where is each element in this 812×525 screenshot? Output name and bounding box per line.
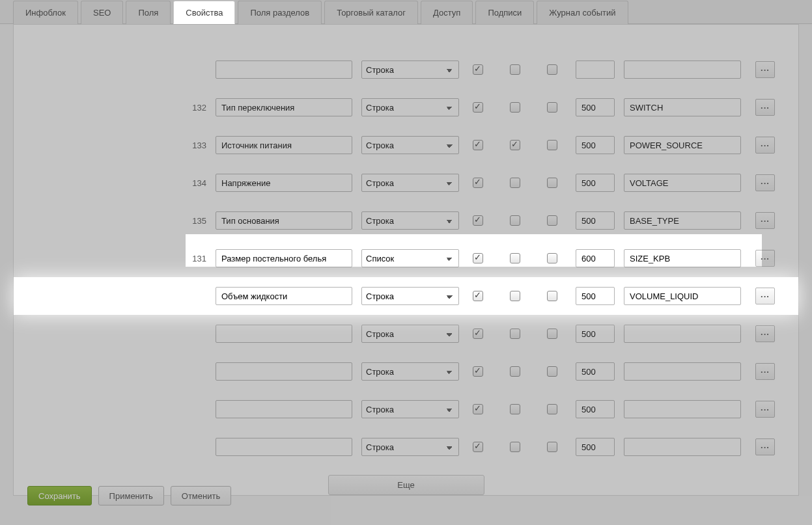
checkbox[interactable] <box>510 102 520 113</box>
checkbox[interactable] <box>547 215 557 226</box>
sort-input[interactable] <box>576 438 615 456</box>
checkbox[interactable] <box>473 404 483 414</box>
row-settings-button[interactable]: ... <box>755 325 775 342</box>
checkbox[interactable] <box>547 329 557 339</box>
checkbox[interactable] <box>473 291 483 301</box>
checkbox[interactable] <box>510 366 520 377</box>
code-input[interactable] <box>624 211 741 230</box>
checkbox[interactable] <box>473 178 483 188</box>
checkbox[interactable] <box>510 215 520 226</box>
row-settings-button[interactable]: ... <box>755 61 775 78</box>
tab-Свойства[interactable]: Свойства <box>173 1 235 24</box>
property-name-input[interactable] <box>216 325 352 343</box>
code-input[interactable] <box>624 61 741 79</box>
property-type-select[interactable]: СтрокаСписок <box>361 211 459 230</box>
checkbox[interactable] <box>473 215 483 226</box>
row-settings-button[interactable]: ... <box>755 137 775 154</box>
sort-input[interactable] <box>576 249 615 267</box>
checkbox[interactable] <box>473 140 483 150</box>
row-settings-button[interactable]: ... <box>755 401 775 418</box>
property-type-select[interactable]: СтрокаСписок <box>361 287 459 305</box>
tab-Инфоблок[interactable]: Инфоблок <box>13 1 78 24</box>
code-input[interactable] <box>624 325 741 343</box>
row-settings-button[interactable]: ... <box>755 438 775 455</box>
tab-Журнал событий[interactable]: Журнал событий <box>537 1 628 24</box>
property-type-select[interactable]: СтрокаСписок <box>361 438 459 456</box>
checkbox[interactable] <box>473 442 483 452</box>
sort-input[interactable] <box>576 174 615 192</box>
sort-input[interactable] <box>576 136 615 154</box>
code-input[interactable] <box>624 174 741 192</box>
row-settings-button[interactable]: ... <box>755 212 775 229</box>
property-type-select[interactable]: СтрокаСписок <box>361 249 459 267</box>
checkbox[interactable] <box>510 329 520 339</box>
row-settings-button[interactable]: ... <box>755 288 775 304</box>
checkbox[interactable] <box>473 64 483 75</box>
row-settings-button[interactable]: ... <box>755 363 775 380</box>
code-input[interactable] <box>624 98 741 116</box>
property-type-select[interactable]: СтрокаСписок <box>361 400 459 418</box>
sort-input[interactable] <box>576 287 615 305</box>
property-type-select[interactable]: СтрокаСписок <box>361 61 459 79</box>
sort-input[interactable] <box>576 325 615 343</box>
sort-input[interactable] <box>576 61 615 79</box>
sort-input[interactable] <box>576 98 615 116</box>
checkbox[interactable] <box>510 404 520 414</box>
tab-Поля разделов[interactable]: Поля разделов <box>238 1 322 24</box>
property-type-select[interactable]: СтрокаСписок <box>361 136 459 154</box>
property-type-select[interactable]: СтрокаСписок <box>361 174 459 192</box>
code-input[interactable] <box>624 249 741 267</box>
property-name-input[interactable] <box>216 98 352 116</box>
checkbox[interactable] <box>510 253 520 263</box>
tab-SEO[interactable]: SEO <box>81 1 123 24</box>
sort-input[interactable] <box>576 362 615 381</box>
property-type-select[interactable]: СтрокаСписок <box>361 325 459 343</box>
property-type-select[interactable]: СтрокаСписок <box>361 362 459 381</box>
code-input[interactable] <box>624 362 741 381</box>
property-name-input[interactable] <box>216 136 352 154</box>
code-input[interactable] <box>624 400 741 418</box>
tab-Поля[interactable]: Поля <box>126 1 171 24</box>
checkbox[interactable] <box>547 442 557 452</box>
code-input[interactable] <box>624 287 741 305</box>
checkbox[interactable] <box>547 253 557 263</box>
checkbox[interactable] <box>473 102 483 113</box>
checkbox[interactable] <box>510 442 520 452</box>
property-name-input[interactable] <box>216 287 352 305</box>
checkbox[interactable] <box>510 178 520 188</box>
property-name-input[interactable] <box>216 174 352 192</box>
code-input[interactable] <box>624 136 741 154</box>
tab-Торговый каталог[interactable]: Торговый каталог <box>324 1 418 24</box>
property-name-input[interactable] <box>216 211 352 230</box>
save-button[interactable]: Сохранить <box>27 486 92 505</box>
code-input[interactable] <box>624 438 741 456</box>
apply-button[interactable]: Применить <box>98 486 164 505</box>
row-settings-button[interactable]: ... <box>755 250 775 267</box>
tab-Подписи[interactable]: Подписи <box>475 1 534 24</box>
checkbox[interactable] <box>547 178 557 188</box>
property-name-input[interactable] <box>216 249 352 267</box>
checkbox[interactable] <box>473 253 483 263</box>
property-type-select[interactable]: СтрокаСписок <box>361 98 459 116</box>
checkbox[interactable] <box>510 140 520 150</box>
checkbox[interactable] <box>547 291 557 301</box>
checkbox[interactable] <box>547 102 557 113</box>
property-name-input[interactable] <box>216 438 352 456</box>
checkbox[interactable] <box>473 329 483 339</box>
property-name-input[interactable] <box>216 362 352 381</box>
tab-Доступ[interactable]: Доступ <box>421 1 473 24</box>
checkbox[interactable] <box>547 64 557 75</box>
checkbox[interactable] <box>510 291 520 301</box>
sort-input[interactable] <box>576 211 615 230</box>
cancel-button[interactable]: Отменить <box>171 486 231 505</box>
checkbox[interactable] <box>510 64 520 75</box>
more-button[interactable]: Еще <box>328 475 484 495</box>
checkbox[interactable] <box>547 140 557 150</box>
checkbox[interactable] <box>547 366 557 377</box>
row-settings-button[interactable]: ... <box>755 174 775 191</box>
property-name-input[interactable] <box>216 61 352 79</box>
property-name-input[interactable] <box>216 400 352 418</box>
checkbox[interactable] <box>473 366 483 377</box>
checkbox[interactable] <box>547 404 557 414</box>
row-settings-button[interactable]: ... <box>755 99 775 116</box>
